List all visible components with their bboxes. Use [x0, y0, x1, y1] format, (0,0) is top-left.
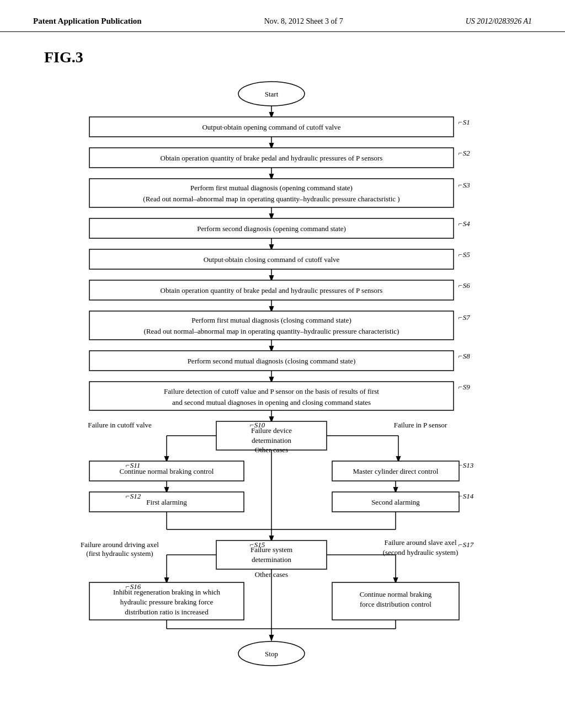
s10-text-2: determination	[252, 436, 292, 445]
s3-text-2: (Read out normal–abnormal map in operati…	[143, 195, 399, 203]
s3-label: ⌐S3	[458, 181, 470, 189]
s12-text: First alarming	[146, 498, 187, 506]
s4-label: ⌐S4	[458, 220, 470, 228]
s14-text: Second alarming	[371, 498, 420, 506]
s16-text-3: distribution ratio is increased	[125, 608, 209, 616]
s7-text-1: Perform first mutual diagnosis (closing …	[191, 316, 351, 324]
header-patent-number: US 2012/0283926 A1	[466, 17, 532, 26]
s14-label: ⌐S14	[458, 492, 474, 500]
page: Patent Application Publication Nov. 8, 2…	[0, 0, 565, 728]
s17-label: ⌐S17	[458, 540, 474, 549]
s6-text: Obtain operation quantity of brake pedal…	[161, 286, 383, 295]
s16-label: ⌐S16	[125, 582, 141, 591]
s17-text-2: force distribution control	[360, 600, 431, 608]
failure-driving-1: Failure around driving axel	[81, 540, 159, 549]
s16-text-2: hydraulic pressure braking force	[120, 598, 214, 606]
flowchart: Start Output·obtain opening command of c…	[34, 72, 531, 689]
figure-title: FIG.3	[0, 38, 565, 72]
svg-rect-6	[89, 179, 454, 207]
s8-label: ⌐S8	[458, 352, 470, 360]
failure-cutoff-text: Failure in cutoff valve	[88, 421, 152, 429]
s13-text: Master cylinder direct control	[353, 467, 439, 475]
s2-label: ⌐S2	[458, 149, 470, 157]
s1-text: Output·obtain opening command of cutoff …	[202, 123, 340, 131]
stop-label: Stop	[265, 650, 278, 658]
s2-text: Obtain operation quantity of brake pedal…	[161, 154, 383, 162]
s11-label: ⌐S11	[125, 461, 140, 469]
s10-label: ⌐S10	[249, 421, 265, 429]
s3-text-1: Perform first mutual diagnosis (opening …	[190, 184, 353, 192]
header-publication: Patent Application Publication	[33, 17, 142, 26]
start-label: Start	[265, 90, 279, 98]
s12-label: ⌐S12	[125, 492, 141, 500]
svg-rect-14	[89, 311, 454, 340]
svg-rect-37	[216, 540, 327, 569]
s15-label: ⌐S15	[249, 540, 265, 549]
s1-label: ⌐S1	[458, 118, 470, 126]
s4-text: Perform second diagnosis (opening comman…	[197, 224, 346, 233]
failure-driving-2: (first hydraulic system)	[86, 549, 153, 558]
s7-label: ⌐S7	[458, 313, 470, 322]
s15-text-2: determination	[252, 555, 292, 564]
header-date-sheet: Nov. 8, 2012 Sheet 3 of 7	[264, 17, 343, 26]
s9-text-1: Failure detection of cutoff value and P …	[164, 387, 379, 395]
s13-label: ⌐S13	[458, 461, 474, 469]
s8-text: Perform second mutual diagnosis (closing…	[188, 357, 356, 365]
s7-text-2: (Read out normal–abnormal map in operati…	[144, 327, 399, 335]
failure-slave-1: Failure around slave axel	[384, 538, 456, 547]
header: Patent Application Publication Nov. 8, 2…	[0, 0, 565, 32]
s5-text: Output·obtain closing command of cutoff …	[204, 255, 340, 264]
s9-text-2: and second mutual diagnoses in opening a…	[172, 398, 371, 406]
s5-label: ⌐S5	[458, 250, 470, 259]
failure-p-text: Failure in P sensor	[394, 421, 447, 429]
s9-label: ⌐S9	[458, 383, 470, 391]
other-cases-2-text: Other cases	[255, 570, 288, 579]
s17-text-1: Continue normal braking	[360, 590, 432, 598]
s6-label: ⌐S6	[458, 281, 470, 290]
